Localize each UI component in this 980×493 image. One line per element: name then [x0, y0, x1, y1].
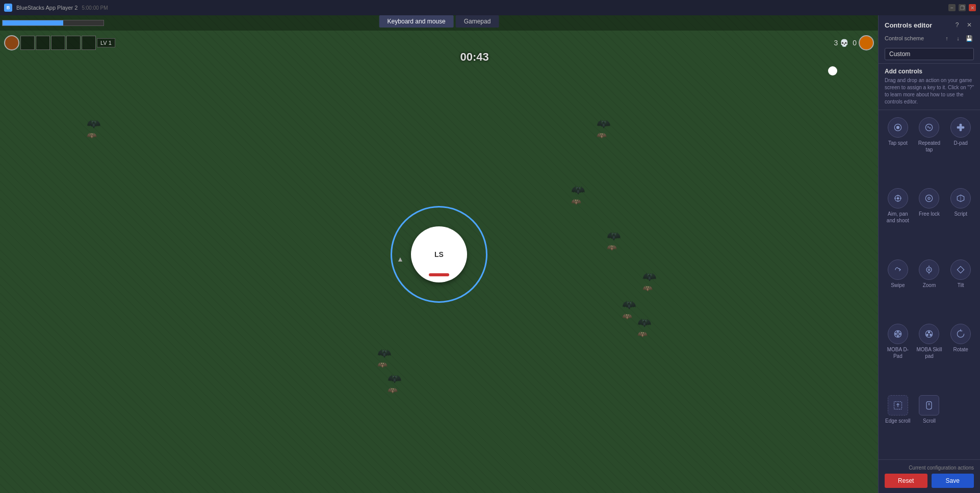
edge-scroll-icon	[888, 395, 908, 416]
bottom-buttons: Reset Save	[885, 474, 974, 488]
game-tabs: Keyboard and mouse Gamepad	[379, 15, 499, 28]
repeated-tap-label: Repeated tap	[916, 140, 943, 153]
tab-keyboard-mouse[interactable]: Keyboard and mouse	[379, 15, 454, 28]
tap-spot-icon	[888, 117, 908, 138]
hud-kills: 3 💀	[834, 39, 848, 47]
svg-point-12	[928, 197, 930, 199]
hud-avatar-left	[4, 35, 19, 50]
tilt-label: Tilt	[958, 282, 964, 289]
help-button[interactable]: ?	[952, 20, 962, 30]
white-dot	[828, 66, 837, 75]
svg-point-29	[930, 334, 932, 335]
hud-level: LV 1	[97, 38, 115, 47]
control-tilt[interactable]: Tilt	[946, 257, 975, 319]
aim-pan-shoot-label: Aim, pan and shoot	[885, 211, 911, 224]
control-moba-skill[interactable]: MOBA Skill pad	[915, 322, 944, 390]
rotate-icon	[950, 324, 971, 344]
zoom-label: Zoom	[923, 282, 936, 289]
svg-point-30	[926, 334, 928, 335]
window-controls: − ❐ ✕	[948, 4, 976, 11]
hud-slot-3	[51, 36, 65, 50]
script-label: Script	[954, 211, 967, 217]
joystick-outer: LS	[391, 206, 487, 303]
app-name: BlueStacks App Player 2	[16, 5, 78, 11]
control-scheme-select[interactable]: Custom	[885, 48, 974, 60]
svg-marker-23	[897, 331, 898, 332]
svg-point-15	[926, 267, 932, 272]
bat-2: 🦇	[571, 184, 586, 194]
tab-gamepad[interactable]: Gamepad	[456, 15, 499, 28]
moba-skill-icon	[919, 324, 939, 344]
save-button[interactable]: Save	[932, 474, 974, 488]
free-lock-icon	[919, 188, 939, 209]
control-script[interactable]: Script	[946, 186, 975, 254]
control-edge-scroll[interactable]: Edge scroll	[884, 393, 912, 454]
bat-5: 🦇	[622, 298, 637, 308]
app-logo: B	[4, 4, 12, 12]
app-subtitle: 5:00:00 PM	[82, 5, 108, 11]
control-scroll[interactable]: Scroll	[915, 393, 944, 454]
script-icon	[950, 188, 971, 209]
title-bar: B BlueStacks App Player 2 5:00:00 PM − ❐…	[0, 0, 980, 15]
hud-top: LV 1 00:43 3 💀 0	[0, 33, 878, 66]
hud-slot-5	[82, 36, 96, 50]
restore-button[interactable]: ❐	[959, 4, 966, 11]
control-moba-dpad[interactable]: MOBA D-Pad	[884, 322, 912, 390]
tap-spot-label: Tap spot	[888, 140, 908, 146]
hud-timer: 00:43	[460, 50, 488, 64]
share-scheme-button[interactable]: ↑	[942, 34, 951, 43]
control-repeated-tap[interactable]: Repeated tap	[915, 115, 944, 183]
reset-button[interactable]: Reset	[885, 474, 927, 488]
hud-slot-1	[20, 36, 35, 50]
svg-point-1	[896, 126, 899, 129]
minimize-button[interactable]: −	[948, 4, 956, 11]
joystick-label: LS	[434, 250, 444, 258]
controls-panel: Controls editor ? ✕ Control scheme ↑ ↓ 💾…	[878, 15, 980, 493]
save-scheme-button[interactable]: 💾	[965, 34, 974, 43]
repeated-tap-icon	[919, 117, 939, 138]
hud-right: 3 💀 0	[834, 35, 874, 50]
close-panel-button[interactable]: ✕	[965, 20, 974, 30]
cursor-arrow: ▲	[397, 255, 404, 263]
control-dpad[interactable]: D-pad	[946, 115, 975, 183]
control-aim-pan-shoot[interactable]: Aim, pan and shoot	[884, 186, 912, 254]
bat-4: 🦇	[607, 229, 622, 240]
edge-scroll-label: Edge scroll	[885, 418, 910, 424]
game-area: Keyboard and mouse Gamepad LV 1 00:43 3	[0, 15, 878, 493]
config-actions-label: Current configuration actions	[885, 465, 974, 471]
controls-grid: Tap spot Repeated tap	[879, 110, 980, 459]
swipe-label: Swipe	[891, 282, 905, 289]
add-controls-title: Add controls	[885, 68, 974, 75]
free-lock-label: Free lock	[919, 211, 940, 217]
control-tap-spot[interactable]: Tap spot	[884, 115, 912, 183]
controls-bottom: Current configuration actions Reset Save	[879, 459, 980, 493]
control-zoom[interactable]: Zoom	[915, 257, 944, 319]
add-controls-desc: Drag and drop an action on your game scr…	[885, 77, 974, 106]
controls-panel-header: Controls editor ? ✕ Control scheme ↑ ↓ 💾…	[879, 15, 980, 64]
dpad-icon	[950, 117, 971, 138]
hud-slot-2	[36, 36, 50, 50]
controls-title-icons: ? ✕	[952, 20, 974, 30]
svg-rect-4	[957, 126, 964, 128]
progress-bar-container	[2, 20, 104, 26]
hud-score: 0	[853, 35, 874, 50]
moba-skill-label: MOBA Skill pad	[916, 346, 943, 359]
bat-3: 🦇	[597, 117, 612, 127]
import-scheme-button[interactable]: ↓	[953, 34, 963, 43]
controls-panel-title: Controls editor ? ✕	[885, 20, 974, 30]
hud-left: LV 1	[4, 35, 115, 50]
hud-slot-4	[66, 36, 81, 50]
svg-marker-19	[957, 266, 964, 273]
progress-bar-fill	[3, 20, 63, 25]
zoom-icon	[919, 260, 939, 280]
bat-9: 🦇	[642, 270, 658, 280]
control-free-lock[interactable]: Free lock	[915, 186, 944, 254]
controls-scheme-row: Control scheme ↑ ↓ 💾	[885, 34, 974, 46]
moba-dpad-icon	[888, 324, 908, 344]
close-button[interactable]: ✕	[969, 4, 976, 11]
control-swipe[interactable]: Swipe	[884, 257, 912, 319]
hud-slots	[20, 36, 96, 50]
rotate-label: Rotate	[953, 346, 968, 353]
control-rotate[interactable]: Rotate	[946, 322, 975, 390]
svg-point-16	[929, 269, 930, 270]
